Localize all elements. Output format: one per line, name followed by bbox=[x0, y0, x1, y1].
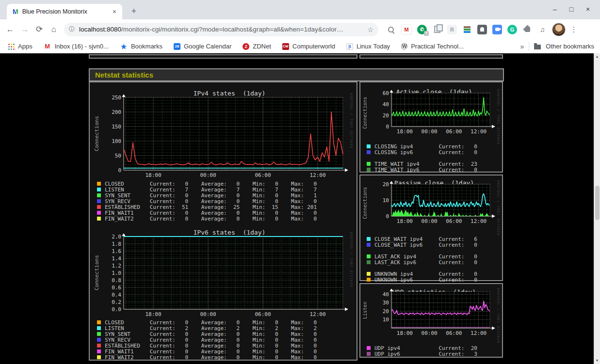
extension-books-icon[interactable] bbox=[462, 25, 472, 34]
legend-swatch bbox=[97, 211, 101, 215]
legend-swatch bbox=[367, 272, 371, 276]
legend-row: SYN_SENT Current: 0 Average: 0 Min: 0 Ma… bbox=[97, 192, 317, 198]
tab-close-icon[interactable]: × bbox=[111, 8, 118, 16]
extension-icons: M✆?RG♫ bbox=[386, 24, 547, 35]
svg-text:1.2: 1.2 bbox=[112, 263, 121, 269]
bookmark-star-icon[interactable]: ☆ bbox=[367, 26, 373, 33]
maximize-button[interactable]: □ bbox=[563, 4, 580, 16]
bookmark-zdnet[interactable]: ZZDNet bbox=[243, 43, 271, 50]
svg-text:0: 0 bbox=[386, 124, 389, 130]
address-bar[interactable]: ⓘ localhost:8080/monitorix-cgi/monitorix… bbox=[64, 23, 378, 36]
scrollbar[interactable]: ▲ ▼ bbox=[594, 53, 600, 364]
chart-plot-ipv6: 0.00.20.40.60.81.01.21.41.61.82.018:0000… bbox=[101, 234, 352, 322]
legend-row: LAST_ACK ipv6 Current: 0 bbox=[367, 259, 477, 265]
close-button[interactable]: × bbox=[580, 4, 596, 16]
tab-title: Blue Precision Monitorix bbox=[22, 8, 111, 15]
legend-text: FIN_WAIT2 Current: 0 Average: 0 Min: 0 M… bbox=[105, 354, 317, 361]
extension-copy-icon[interactable] bbox=[432, 25, 442, 34]
extension-voice-icon[interactable]: ✆? bbox=[417, 25, 427, 34]
legend-swatch bbox=[367, 243, 371, 247]
legend-row: SYN_RECV Current: 0 Average: 0 Min: 0 Ma… bbox=[97, 198, 317, 204]
bookmarks-overflow-icon[interactable]: » bbox=[520, 43, 524, 50]
legend-swatch bbox=[367, 278, 371, 282]
legend-text: TIME_WAIT ipv6 Current: 0 bbox=[374, 167, 477, 173]
legend-row: FIN_WAIT1 Current: 0 Average: 0 Min: 0 M… bbox=[97, 348, 317, 354]
rrdtool-watermark: RRDTOOL / TOBI OETIKER bbox=[349, 232, 353, 288]
previous-panel-edge-right bbox=[359, 54, 503, 59]
svg-text:18:00: 18:00 bbox=[397, 330, 413, 336]
svg-text:06:00: 06:00 bbox=[446, 128, 462, 135]
wp-icon: W bbox=[401, 43, 407, 49]
browser-toolbar: ← → ⟳ ⌂ ⓘ localhost:8080/monitorix-cgi/m… bbox=[0, 19, 600, 39]
extension-r-icon[interactable]: R bbox=[447, 25, 457, 34]
legend-swatch bbox=[97, 205, 101, 209]
bookmarks-bar: AppsMInbox (16) - sjvn0...★Bookmarks28Go… bbox=[0, 39, 600, 53]
other-bookmarks[interactable]: Other bookmarks bbox=[546, 43, 594, 50]
scroll-down-icon[interactable]: ▼ bbox=[594, 357, 600, 364]
browser-menu-icon[interactable]: ⋮ bbox=[568, 25, 579, 34]
reload-button[interactable]: ⟳ bbox=[32, 24, 47, 34]
extension-gram-icon[interactable]: G bbox=[507, 25, 517, 34]
forward-button[interactable]: → bbox=[17, 25, 32, 34]
y-axis-label-ipv6: Connections bbox=[94, 237, 100, 309]
url-host: localhost:8080 bbox=[79, 26, 121, 33]
svg-text:00:00: 00:00 bbox=[422, 218, 438, 224]
new-tab-button[interactable]: + bbox=[127, 5, 141, 18]
svg-text:12:00: 12:00 bbox=[470, 128, 486, 135]
extension-playlist-icon[interactable]: ♫ bbox=[537, 25, 547, 34]
bookmark-linux-today[interactable]: |tLinux Today bbox=[346, 43, 390, 50]
svg-text:18:00: 18:00 bbox=[397, 128, 413, 135]
svg-text:00:00: 00:00 bbox=[200, 311, 216, 317]
extension-gmail-icon[interactable]: M bbox=[401, 24, 412, 35]
chart-plot-udp: 1020304018:0000:0006:0012:00 bbox=[377, 289, 499, 341]
tab-monitorix[interactable]: M Blue Precision Monitorix × bbox=[7, 4, 122, 19]
extension-search-icon[interactable] bbox=[386, 25, 396, 34]
legend-row: LISTEN Current: 7 Average: 7 Min: 7 Max:… bbox=[97, 187, 317, 192]
bookmark-practical-technol[interactable]: WPractical Technol... bbox=[401, 43, 464, 50]
legend-text: CLOSE_WAIT ipv6 Current: 0 bbox=[374, 242, 477, 248]
legend-row: FIN_WAIT1 Current: 0 Average: 0 Min: 0 M… bbox=[97, 210, 317, 216]
profile-avatar[interactable] bbox=[552, 23, 566, 36]
chart-legend-ipv6: CLOSED Current: 0 Average: 0 Min: 0 Max:… bbox=[97, 319, 317, 360]
legend-swatch bbox=[97, 326, 101, 330]
extension-puzzle-icon[interactable] bbox=[522, 25, 532, 34]
y-axis-label-active: Connections bbox=[362, 96, 368, 129]
bookmark-google-calendar[interactable]: 28Google Calendar bbox=[174, 43, 231, 50]
back-button[interactable]: ← bbox=[3, 25, 17, 34]
svg-text:12:00: 12:00 bbox=[470, 330, 486, 336]
previous-panel-edge-left bbox=[89, 54, 357, 59]
bookmark-computerworld[interactable]: CWComputerworld bbox=[282, 43, 335, 50]
section-header: Netstat statistics bbox=[89, 68, 504, 81]
bookmark-bookmarks[interactable]: ★Bookmarks bbox=[120, 43, 162, 50]
url-text[interactable]: localhost:8080/monitorix-cgi/monitorix.c… bbox=[79, 26, 363, 33]
legend-swatch bbox=[97, 188, 101, 191]
bookmark-label: Inbox (16) - sjvn0... bbox=[55, 43, 109, 50]
scroll-up-icon[interactable]: ▲ bbox=[594, 53, 600, 60]
svg-text:40: 40 bbox=[383, 101, 389, 108]
rrdtool-watermark: RRDTOOL / TOBI OETIKER bbox=[496, 288, 500, 344]
chart-legend-active: CLOSING ipv4 Current: 0CLOSING ipv6 Curr… bbox=[367, 143, 477, 173]
legend-row: CLOSE_WAIT ipv6 Current: 0 bbox=[367, 242, 477, 248]
extension-zoom-icon[interactable] bbox=[492, 25, 502, 34]
extension-person-icon[interactable] bbox=[477, 25, 487, 34]
rrdtool-watermark: RRDTOOL / TOBI OETIKER bbox=[349, 93, 353, 149]
svg-text:0: 0 bbox=[386, 213, 389, 220]
home-button[interactable]: ⌂ bbox=[47, 25, 61, 34]
bookmark-inbox-16-sjvn0[interactable]: MInbox (16) - sjvn0... bbox=[44, 43, 109, 50]
bookmark-label: Google Calendar bbox=[184, 43, 231, 50]
star-icon: ★ bbox=[120, 43, 128, 50]
chart-canvas: 05010015020025018:0000:0006:0012:00 bbox=[101, 95, 352, 181]
legend-row: UNKNOWN ipv4 Current: 0 bbox=[367, 271, 477, 277]
chart-legend-ipv4: CLOSED Current: 0 Average: 0 Min: 0 Max:… bbox=[97, 181, 317, 222]
page-content: Netstat statistics IPv4 states (1day) Co… bbox=[0, 53, 600, 364]
legend-swatch bbox=[367, 352, 371, 356]
minimize-button[interactable]: – bbox=[547, 4, 563, 16]
svg-text:40: 40 bbox=[383, 291, 389, 298]
cal-icon: 28 bbox=[174, 43, 180, 50]
legend-text: LAST_ACK ipv6 Current: 0 bbox=[374, 259, 477, 266]
bookmark-apps[interactable]: Apps bbox=[7, 43, 32, 50]
chart-canvas: 1020304018:0000:0006:0012:00 bbox=[377, 289, 499, 339]
legend-row: SYN_RECV Current: 0 Average: 0 Min: 0 Ma… bbox=[97, 337, 317, 343]
page-info-icon[interactable]: ⓘ bbox=[69, 25, 75, 33]
scrollbar-thumb[interactable] bbox=[595, 186, 600, 220]
